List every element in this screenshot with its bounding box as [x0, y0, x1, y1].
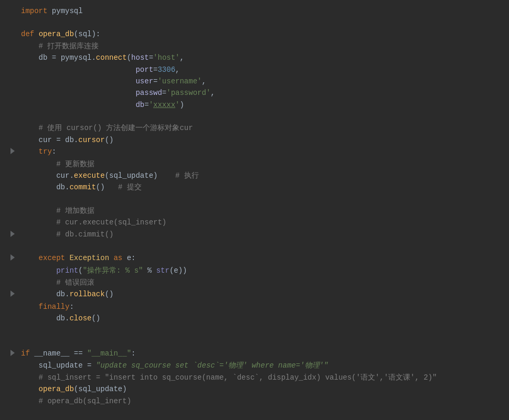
code-line: user='username',: [0, 76, 509, 87]
code-line: # 错误回滚: [0, 277, 509, 288]
svg-marker-4: [10, 350, 15, 356]
code-line: # 使用 cursor() 方法创建一个游标对象cur: [0, 122, 509, 134]
line-content: finally:: [21, 301, 509, 313]
line-content: # 使用 cursor() 方法创建一个游标对象cur: [21, 122, 509, 134]
svg-marker-0: [10, 148, 15, 154]
code-line: [0, 325, 509, 336]
line-content: # 增加数据: [21, 205, 509, 217]
code-line: passwd='password',: [0, 87, 509, 99]
line-number: [5, 252, 21, 265]
code-line: [0, 193, 509, 205]
svg-marker-3: [10, 290, 15, 297]
code-line: try:: [0, 146, 509, 158]
line-content: # db.cimmit(): [21, 229, 509, 240]
line-number: [5, 348, 21, 360]
line-number: [5, 146, 21, 158]
code-line: # 打开数据库连接: [0, 40, 509, 52]
code-line: # opera_db(sql_inert): [0, 395, 509, 407]
line-content: if __name__ == "__main__":: [21, 348, 509, 359]
code-line: def opera_db(sql):: [0, 28, 509, 40]
code-line: port=3306,: [0, 64, 509, 76]
line-content: db.commit() # 提交: [21, 181, 509, 193]
line-content: # 更新数据: [21, 158, 509, 170]
line-content: sql_update = "update sq_course set `desc…: [21, 360, 509, 371]
code-line: # 增加数据: [0, 205, 509, 217]
svg-marker-2: [10, 254, 15, 261]
code-line: opera_db(sql_update): [0, 383, 509, 395]
line-content: cur = db.cursor(): [21, 134, 509, 146]
line-number: [5, 229, 21, 241]
line-content: db.close(): [21, 313, 509, 324]
line-content: # cur.execute(sql_insert): [21, 217, 509, 228]
code-line: # sql_insert = "insert into sq_course(na…: [0, 372, 509, 383]
code-line: db.commit() # 提交: [0, 181, 509, 193]
line-content: # 错误回滚: [21, 277, 509, 288]
line-number: [5, 288, 21, 301]
code-line: db = pymysql.connect(host='host',: [0, 52, 509, 63]
code-line: cur = db.cursor(): [0, 134, 509, 146]
code-line: [0, 336, 509, 348]
code-line: # 更新数据: [0, 158, 509, 170]
svg-marker-1: [10, 231, 15, 237]
line-content: passwd='password',: [21, 87, 509, 99]
line-content: print("操作异常: % s" % str(e)): [21, 265, 509, 276]
line-content: db.rollback(): [21, 288, 509, 300]
line-content: except Exception as e:: [21, 252, 509, 264]
code-line: [0, 241, 509, 252]
code-line: # db.cimmit(): [0, 229, 509, 241]
line-content: # 打开数据库连接: [21, 40, 509, 52]
line-content: opera_db(sql_update): [21, 383, 509, 395]
code-line: if __name__ == "__main__":: [0, 348, 509, 360]
line-content: cur.execute(sql_update) # 执行: [21, 170, 509, 181]
code-line: db.close(): [0, 313, 509, 324]
line-content: # opera_db(sql_inert): [21, 395, 509, 407]
line-content: port=3306,: [21, 64, 509, 76]
code-line: db.rollback(): [0, 288, 509, 301]
code-line: import pymysql: [0, 5, 509, 17]
code-line: db='xxxxx'): [0, 99, 509, 111]
code-line: [0, 17, 509, 28]
line-content: db = pymysql.connect(host='host',: [21, 52, 509, 63]
code-editor: import pymysql def opera_db(sql): # 打开数据…: [0, 0, 509, 420]
line-content: user='username',: [21, 76, 509, 87]
code-line: cur.execute(sql_update) # 执行: [0, 170, 509, 181]
code-line: sql_update = "update sq_course set `desc…: [0, 360, 509, 371]
code-line: [0, 111, 509, 122]
line-content: import pymysql: [21, 5, 509, 17]
code-line: print("操作异常: % s" % str(e)): [0, 265, 509, 276]
code-line: except Exception as e:: [0, 252, 509, 265]
code-line: # cur.execute(sql_insert): [0, 217, 509, 228]
line-content: def opera_db(sql):: [21, 28, 509, 40]
line-content: # sql_insert = "insert into sq_course(na…: [21, 372, 509, 383]
line-content: try:: [21, 146, 509, 157]
code-line: finally:: [0, 301, 509, 313]
line-content: db='xxxxx'): [21, 99, 509, 111]
